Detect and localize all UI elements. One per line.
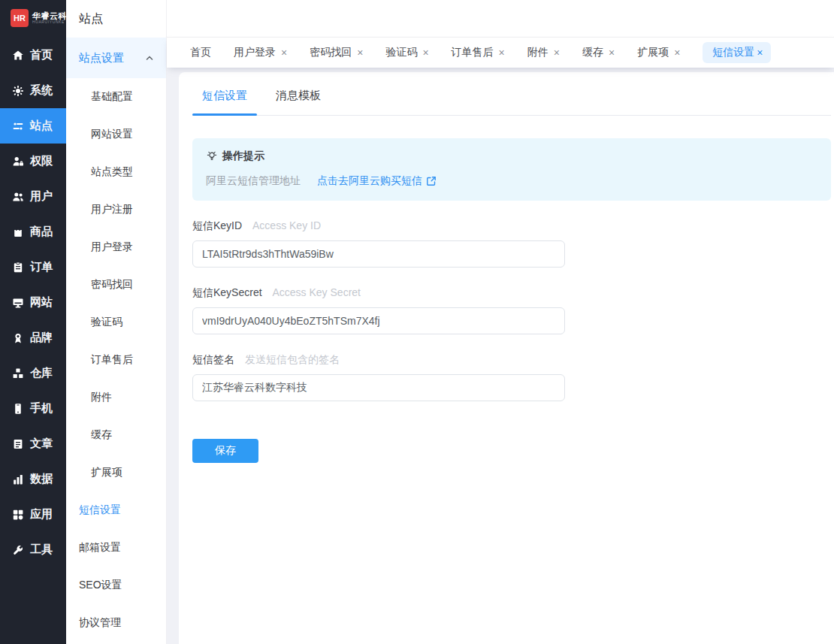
nav-label: 站点	[30, 119, 53, 133]
tab-sms-settings[interactable]: 短信设置	[192, 72, 257, 115]
menu-item-basic-config[interactable]: 基础配置	[66, 78, 166, 116]
nav-item-users[interactable]: 用户	[0, 179, 66, 214]
panel-title: 站点	[66, 0, 166, 38]
nav-item-mobile[interactable]: 手机	[0, 391, 66, 426]
tip-line: 阿里云短信管理地址 点击去阿里云购买短信	[206, 174, 817, 188]
save-button[interactable]: 保存	[192, 439, 258, 463]
home-icon	[11, 49, 24, 62]
menu-item-label: 站点类型	[91, 165, 133, 179]
menu-item-user-login[interactable]: 用户登录	[66, 228, 166, 266]
primary-nav: 首页 系统 站点 权限 用户 商品 订单 网站	[0, 38, 66, 567]
tools-icon	[11, 543, 24, 556]
field-hint: Access Key ID	[252, 219, 321, 231]
menu-item-label: 密码找回	[91, 278, 133, 292]
menu-item-captcha[interactable]: 验证码	[66, 304, 166, 341]
tip-title: 操作提示	[222, 150, 264, 163]
field-sms-keysecret: 短信KeySecret Access Key Secret	[192, 286, 831, 334]
nav-item-orders[interactable]: 订单	[0, 249, 66, 285]
window-tab-captcha[interactable]: 验证码 ×	[385, 42, 428, 63]
window-tab-home[interactable]: 首页	[190, 42, 211, 63]
window-tab-attachment[interactable]: 附件 ×	[527, 42, 560, 63]
field-sms-keyid: 短信KeyID Access Key ID	[192, 219, 831, 268]
menu-item-website-settings[interactable]: 网站设置	[66, 116, 166, 153]
window-tab-password-recovery[interactable]: 密码找回 ×	[310, 42, 363, 63]
nav-item-site[interactable]: 站点	[0, 108, 66, 144]
menu-item-site-type[interactable]: 站点类型	[66, 153, 166, 191]
data-icon	[11, 473, 24, 485]
close-icon[interactable]: ×	[281, 47, 287, 58]
secondary-sidebar: 站点 站点设置 基础配置 网站设置 站点类型 用户注册 用户登录 密码找回 验证…	[66, 0, 167, 644]
tab-label: 消息模板	[276, 89, 321, 101]
sms-signature-input[interactable]	[192, 374, 565, 401]
menu-item-password-recovery[interactable]: 密码找回	[66, 266, 166, 304]
menu-item-label: 用户登录	[91, 240, 133, 254]
nav-label: 工具	[30, 543, 53, 557]
nav-item-system[interactable]: 系统	[0, 73, 66, 108]
nav-item-article[interactable]: 文章	[0, 426, 66, 461]
nav-item-home[interactable]: 首页	[0, 38, 66, 73]
menu-item-aftersale[interactable]: 订单售后	[66, 341, 166, 379]
field-label-row: 短信KeyID Access Key ID	[192, 219, 831, 233]
external-link-icon	[426, 176, 437, 186]
sms-keysecret-input[interactable]	[192, 307, 565, 334]
menu-item-extensions[interactable]: 扩展项	[66, 454, 166, 491]
tab-label: 用户登录	[234, 46, 276, 59]
close-icon[interactable]: ×	[609, 47, 615, 58]
nav-item-warehouse[interactable]: 仓库	[0, 355, 66, 391]
field-label: 短信KeyID	[192, 219, 242, 231]
menu-item-label: 协议管理	[79, 616, 121, 630]
window-tab-aftersale[interactable]: 订单售后 ×	[452, 42, 505, 63]
main-area: 首页 用户登录 × 密码找回 × 验证码 × 订单售后 × 附件 × 缓存 × …	[167, 0, 834, 644]
close-icon[interactable]: ×	[554, 47, 560, 58]
bulb-icon	[206, 150, 218, 162]
tip-title-row: 操作提示	[206, 150, 817, 163]
menu-item-label: 用户注册	[91, 203, 133, 216]
nav-label: 品牌	[30, 331, 53, 345]
close-icon[interactable]: ×	[674, 47, 680, 58]
brand-subtitle: HUARUIYUNKE	[32, 20, 67, 24]
menu-item-attachment[interactable]: 附件	[66, 379, 166, 416]
tab-label: 短信设置	[712, 46, 754, 59]
tab-label: 首页	[190, 46, 211, 59]
menu-item-sms-settings[interactable]: 短信设置	[66, 491, 166, 529]
nav-item-permission[interactable]: 权限	[0, 144, 66, 179]
window-tab-user-login[interactable]: 用户登录 ×	[234, 42, 287, 63]
menu-item-label: 订单售后	[91, 353, 133, 367]
warehouse-icon	[11, 367, 24, 379]
goods-icon	[11, 225, 24, 238]
close-icon[interactable]: ×	[422, 47, 428, 58]
window-tab-cache[interactable]: 缓存 ×	[582, 42, 615, 63]
nav-item-tools[interactable]: 工具	[0, 532, 66, 567]
menu-item-cache[interactable]: 缓存	[66, 416, 166, 454]
menu-item-user-register[interactable]: 用户注册	[66, 191, 166, 228]
sms-keyid-input[interactable]	[192, 240, 565, 268]
nav-label: 权限	[30, 154, 53, 168]
menu-item-seo-settings[interactable]: SEO设置	[66, 567, 166, 604]
field-sms-signature: 短信签名 发送短信包含的签名	[192, 353, 831, 401]
nav-item-data[interactable]: 数据	[0, 461, 66, 497]
brand: HR 华睿云科 HUARUIYUNKE	[0, 0, 66, 36]
nav-item-website[interactable]: 网站	[0, 285, 66, 320]
close-icon[interactable]: ×	[499, 47, 505, 58]
buy-sms-link[interactable]: 点击去阿里云购买短信	[317, 174, 437, 188]
brand-icon	[11, 331, 24, 344]
window-tab-extensions[interactable]: 扩展项 ×	[637, 42, 680, 63]
tab-label: 密码找回	[310, 46, 352, 59]
menu-item-label: 验证码	[91, 316, 122, 329]
menu-item-agreement[interactable]: 协议管理	[66, 604, 166, 642]
tab-label: 附件	[527, 46, 548, 59]
nav-label: 手机	[30, 401, 53, 416]
nav-item-goods[interactable]: 商品	[0, 214, 66, 249]
menu-item-label: 短信设置	[79, 503, 121, 517]
nav-label: 仓库	[30, 366, 53, 380]
nav-item-brand[interactable]: 品牌	[0, 320, 66, 355]
nav-item-apps[interactable]: 应用	[0, 497, 66, 532]
tab-message-template[interactable]: 消息模板	[266, 72, 331, 115]
close-icon[interactable]: ×	[757, 47, 763, 58]
orders-icon	[11, 261, 24, 274]
window-tab-sms-settings[interactable]: 短信设置 ×	[703, 42, 770, 63]
close-icon[interactable]: ×	[357, 47, 363, 58]
menu-group-site-settings[interactable]: 站点设置	[66, 38, 166, 78]
menu-item-email-settings[interactable]: 邮箱设置	[66, 529, 166, 567]
content-area: 短信设置 消息模板	[167, 68, 834, 644]
